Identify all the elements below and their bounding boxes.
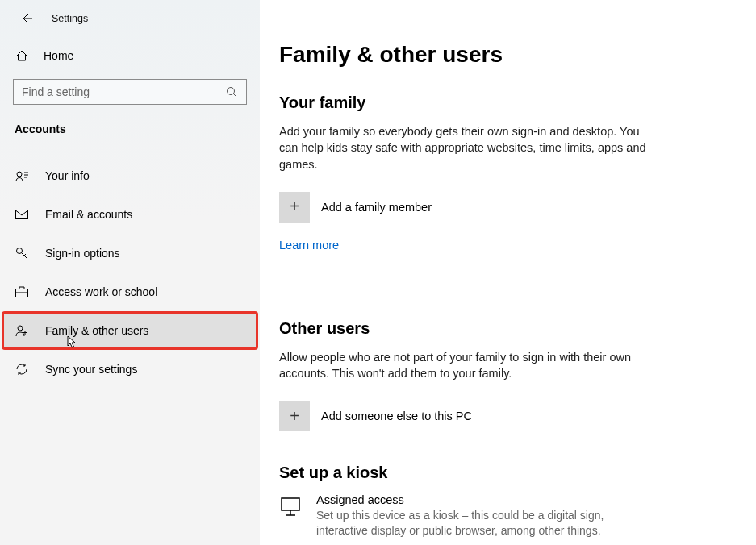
add-other-label: Add someone else to this PC xyxy=(321,410,472,422)
nav-home[interactable]: Home xyxy=(0,39,260,73)
search-icon xyxy=(226,86,237,100)
sidebar-item-email[interactable]: Email & accounts xyxy=(0,195,260,234)
kiosk-title: Assigned access xyxy=(316,493,650,506)
mail-icon xyxy=(15,207,29,222)
svg-rect-6 xyxy=(282,498,299,510)
svg-point-3 xyxy=(17,248,23,254)
key-icon xyxy=(15,246,29,260)
main-content: Family & other users Your family Add you… xyxy=(260,0,756,545)
family-heading: Your family xyxy=(279,94,708,112)
svg-point-5 xyxy=(18,326,23,331)
briefcase-icon xyxy=(15,285,29,299)
sidebar-item-sync[interactable]: Sync your settings xyxy=(0,350,260,389)
kiosk-desc: Set up this device as a kiosk – this cou… xyxy=(316,508,650,539)
sidebar-item-work[interactable]: Access work or school xyxy=(0,272,260,311)
svg-point-1 xyxy=(17,172,22,177)
sidebar-section-title: Accounts xyxy=(0,105,260,142)
svg-rect-2 xyxy=(16,210,28,219)
other-users-section: Other users Allow people who are not par… xyxy=(279,319,708,432)
sidebar-item-label: Family & other users xyxy=(45,324,148,337)
app-title: Settings xyxy=(52,13,88,24)
search-input[interactable] xyxy=(13,79,247,105)
sidebar-item-family[interactable]: Family & other users xyxy=(2,311,258,350)
learn-more-link[interactable]: Learn more xyxy=(279,239,339,252)
sidebar-item-label: Access work or school xyxy=(45,285,157,298)
kiosk-section: Set up a kiosk Assigned access Set up th… xyxy=(279,464,708,539)
sidebar-item-label: Sign-in options xyxy=(45,247,120,260)
add-other-button[interactable]: + Add someone else to this PC xyxy=(279,401,708,431)
sidebar-item-your-info[interactable]: Your info xyxy=(0,156,260,195)
other-heading: Other users xyxy=(279,319,708,338)
svg-point-0 xyxy=(228,88,235,95)
sidebar: Settings Home Accounts Your info Email &… xyxy=(0,0,260,545)
kiosk-heading: Set up a kiosk xyxy=(279,464,708,482)
people-icon xyxy=(15,323,29,338)
other-body: Allow people who are not part of your fa… xyxy=(279,349,650,382)
plus-icon: + xyxy=(279,401,310,431)
person-card-icon xyxy=(15,168,29,183)
sync-icon xyxy=(15,362,29,377)
add-family-button[interactable]: + Add a family member xyxy=(279,192,708,223)
home-icon xyxy=(15,48,29,63)
plus-icon: + xyxy=(279,192,310,223)
nav-home-label: Home xyxy=(44,49,73,62)
family-body: Add your family so everybody gets their … xyxy=(279,123,650,173)
sidebar-item-signin[interactable]: Sign-in options xyxy=(0,234,260,272)
page-title: Family & other users xyxy=(279,42,708,68)
kiosk-text: Assigned access Set up this device as a … xyxy=(316,493,650,539)
back-icon[interactable] xyxy=(19,11,34,26)
sidebar-item-label: Your info xyxy=(45,169,90,182)
assigned-access-button[interactable]: Assigned access Set up this device as a … xyxy=(279,493,650,539)
family-section: Your family Add your family so everybody… xyxy=(279,94,708,287)
nav-list: Your info Email & accounts Sign-in optio… xyxy=(0,156,260,389)
monitor-icon xyxy=(279,495,302,518)
search-wrap xyxy=(13,79,247,105)
sidebar-item-label: Email & accounts xyxy=(45,208,132,221)
add-family-label: Add a family member xyxy=(321,201,432,214)
sidebar-item-label: Sync your settings xyxy=(45,363,137,376)
